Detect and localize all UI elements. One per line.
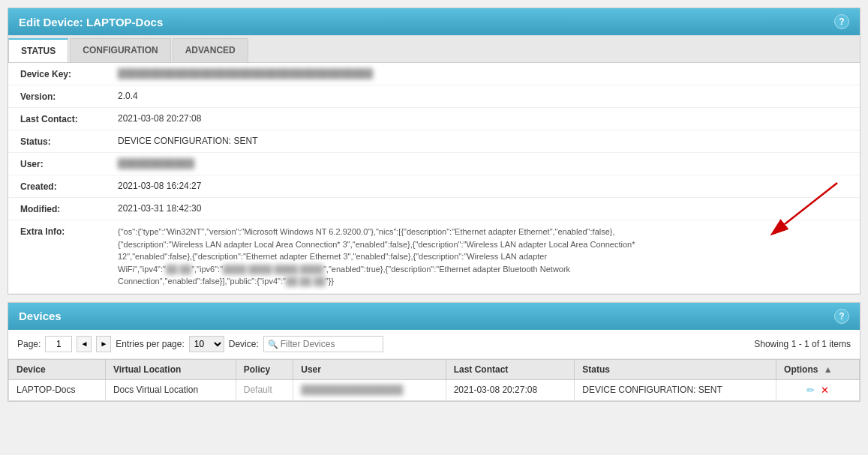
devices-title: Devices <box>19 310 62 322</box>
edit-device-button[interactable]: ✏ <box>806 385 815 396</box>
devices-section: Devices ? Page: ◄ ► Entries per page: 10… <box>8 302 860 402</box>
cell-last-contact: 2021-03-08 20:27:08 <box>446 379 575 400</box>
col-status: Status <box>575 359 776 379</box>
col-device: Device <box>9 359 106 379</box>
col-options[interactable]: Options ▲ <box>776 359 860 379</box>
table-header: Device Virtual Location Policy User Last… <box>9 359 860 379</box>
last-contact-value: 2021-03-08 20:27:08 <box>118 113 848 124</box>
status-label: Status: <box>20 136 118 147</box>
cell-policy: Default <box>236 379 293 400</box>
edit-device-header: Edit Device: LAPTOP-Docs ? <box>8 8 860 35</box>
pagination-bar: Page: ◄ ► Entries per page: 10 25 50 100… <box>8 330 860 359</box>
page-label: Page: <box>17 339 41 349</box>
table-row: LAPTOP-Docs Docs Virtual Location Defaul… <box>9 379 860 400</box>
col-policy: Policy <box>236 359 293 379</box>
status-value: DEVICE CONFIGURATION: SENT <box>118 136 848 146</box>
next-page-button[interactable]: ► <box>96 336 111 352</box>
filter-wrapper: 🔍 <box>263 336 383 352</box>
device-key-label: Device Key: <box>20 68 118 79</box>
device-filter-label: Device: <box>229 339 259 349</box>
devices-help-icon[interactable]: ? <box>834 309 849 324</box>
showing-text: Showing 1 - 1 of 1 items <box>754 339 851 349</box>
tab-configuration[interactable]: CONFIGURATION <box>70 38 170 62</box>
last-contact-label: Last Contact: <box>20 113 118 124</box>
filter-devices-input[interactable] <box>263 336 383 352</box>
tab-advanced[interactable]: ADVANCED <box>173 38 248 62</box>
entries-per-page-select[interactable]: 10 25 50 100 <box>189 336 224 352</box>
devices-header: Devices ? <box>8 303 860 330</box>
version-row: Version: 2.0.4 <box>8 85 860 108</box>
last-contact-row: Last Contact: 2021-03-08 20:27:08 <box>8 108 860 130</box>
search-icon: 🔍 <box>268 339 278 349</box>
user-value: ████████████ <box>118 158 848 169</box>
device-key-row: Device Key: ████████████████████████████… <box>8 63 860 85</box>
page-input[interactable] <box>45 336 72 352</box>
cell-user-value: ████████████████ <box>301 385 403 395</box>
col-last-contact: Last Contact <box>446 359 575 379</box>
cell-options: ✏ ✕ <box>776 379 860 400</box>
sort-icon: ▲ <box>824 364 833 375</box>
delete-device-button[interactable]: ✕ <box>821 385 829 396</box>
created-row: Created: 2021-03-08 16:24:27 <box>8 175 860 198</box>
help-icon[interactable]: ? <box>834 14 849 29</box>
devices-table: Device Virtual Location Policy User Last… <box>8 359 860 401</box>
tab-status[interactable]: STATUS <box>8 38 68 62</box>
user-row: User: ████████████ <box>8 153 860 175</box>
modified-row: Modified: 2021-03-31 18:42:30 <box>8 198 860 220</box>
table-body: LAPTOP-Docs Docs Virtual Location Defaul… <box>9 379 860 400</box>
extra-info-label: Extra Info: <box>20 226 118 237</box>
version-value: 2.0.4 <box>118 91 848 101</box>
modified-value: 2021-03-31 18:42:30 <box>118 203 848 214</box>
created-label: Created: <box>20 181 118 192</box>
cell-status: DEVICE CONFIGURATION: SENT <box>575 379 776 400</box>
entries-label: Entries per page: <box>116 339 184 349</box>
prev-page-button[interactable]: ◄ <box>77 336 92 352</box>
device-key-value: ████████████████████████████████████████ <box>118 68 848 79</box>
cell-user: ████████████████ <box>293 379 446 400</box>
col-virtual-location: Virtual Location <box>105 359 236 379</box>
status-panel: Device Key: ████████████████████████████… <box>8 63 860 294</box>
col-user: User <box>293 359 446 379</box>
cell-device: LAPTOP-Docs <box>9 379 106 400</box>
created-value: 2021-03-08 16:24:27 <box>118 181 848 191</box>
user-label: User: <box>20 158 118 169</box>
status-row: Status: DEVICE CONFIGURATION: SENT <box>8 130 860 153</box>
extra-info-value: {"os":{"type":"Win32NT","version":"Micro… <box>118 226 848 288</box>
version-label: Version: <box>20 91 118 102</box>
tabs-bar: STATUS CONFIGURATION ADVANCED <box>8 35 860 63</box>
modified-label: Modified: <box>20 203 118 214</box>
cell-virtual-location: Docs Virtual Location <box>105 379 236 400</box>
extra-info-row: Extra Info: {"os":{"type":"Win32NT","ver… <box>8 220 860 294</box>
edit-device-title: Edit Device: LAPTOP-Docs <box>19 16 163 28</box>
